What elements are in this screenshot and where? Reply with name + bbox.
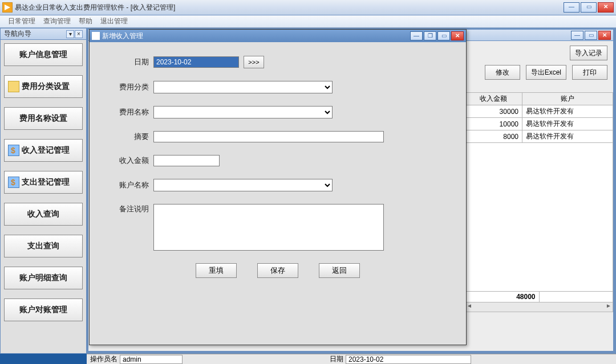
label-remark: 备注说明: [99, 204, 153, 214]
add-income-dialog: 新增收入管理 — ❐ ▭ ✕ 日期 >>> 费用分类 费用名称 摘要 收入金额: [89, 29, 467, 345]
cell-amount: 30000: [465, 105, 522, 118]
label-amount: 收入金额: [99, 156, 153, 166]
table-row[interactable]: 8000易达软件开发有: [465, 130, 613, 143]
import-button[interactable]: 导入记录: [570, 46, 607, 60]
nav-expense-query[interactable]: 支出查询: [4, 235, 83, 257]
cell-amount: 10000: [465, 118, 522, 130]
label-account: 账户名称: [99, 180, 153, 190]
label-summary: 摘要: [99, 132, 153, 142]
dialog-close-button[interactable]: ✕: [451, 31, 464, 40]
dialog-titlebar: 新增收入管理 — ❐ ▭ ✕: [90, 30, 466, 42]
dialog-title: 新增收入管理: [102, 31, 143, 41]
summary-input[interactable]: [153, 131, 384, 142]
main-titlebar: 易达企业日常收入支出费用管理软件 - [收入登记管理] — ▭ ✕: [0, 0, 616, 15]
print-button[interactable]: 打印: [572, 65, 607, 80]
export-button[interactable]: 导出Excel: [526, 65, 566, 80]
table-blank: [465, 143, 613, 291]
dialog-minimize-button[interactable]: —: [410, 31, 423, 40]
app-icon: [2, 2, 13, 13]
save-button[interactable]: 保存: [257, 263, 298, 278]
nav-header: 导航向导 ▾ ×: [1, 28, 86, 40]
col-amount[interactable]: 收入金额: [465, 93, 522, 105]
col-account[interactable]: 账户: [522, 93, 613, 105]
nav-close-icon[interactable]: ×: [75, 30, 83, 38]
label-category: 费用分类: [99, 82, 153, 92]
cell-account: 易达软件开发有: [522, 130, 613, 143]
menu-exit[interactable]: 退出管理: [100, 17, 128, 26]
folder-icon: [8, 81, 19, 92]
amount-input[interactable]: [153, 155, 220, 166]
cell-account: 易达软件开发有: [522, 118, 613, 130]
dialog-icon: [92, 32, 100, 40]
nav-panel: 导航向导 ▾ × 账户信息管理 费用分类设置 费用名称设置 收入登记管理 支出登…: [0, 28, 87, 354]
nav-income-register[interactable]: 收入登记管理: [4, 139, 83, 162]
modify-button[interactable]: 修改: [485, 65, 520, 80]
right-toolbar: 导入记录 修改 导出Excel 打印: [485, 46, 607, 80]
statusbar: 操作员名 admin 日期 2023-10-02: [87, 354, 616, 364]
cell-account: 易达软件开发有: [522, 105, 613, 118]
menu-daily[interactable]: 日常管理: [8, 17, 35, 26]
reset-button[interactable]: 重填: [196, 263, 237, 278]
table-row[interactable]: 30000易达软件开发有: [465, 105, 613, 118]
cell-total: 48000: [465, 292, 540, 302]
nav-fee-name[interactable]: 费用名称设置: [4, 107, 83, 130]
menubar: 日常管理 查询管理 帮助 退出管理: [0, 15, 616, 28]
nav-account-recon[interactable]: 账户对账管理: [4, 298, 83, 321]
nav-items: 账户信息管理 费用分类设置 费用名称设置 收入登记管理 支出登记管理 收入查询 …: [1, 40, 86, 325]
nav-item-label: 账户对账管理: [19, 305, 67, 315]
date-input[interactable]: [153, 56, 239, 68]
status-operator-label: 操作员名: [90, 354, 117, 364]
name-select[interactable]: [153, 106, 333, 118]
main-window-controls: — ▭ ✕: [564, 2, 614, 13]
remark-textarea[interactable]: [153, 204, 384, 251]
nav-item-label: 收入登记管理: [22, 145, 70, 156]
nav-header-label: 导航向导: [4, 29, 31, 39]
status-operator-value: admin: [120, 355, 183, 364]
child-close-button[interactable]: ✕: [598, 31, 611, 40]
doc-icon: [8, 177, 19, 188]
nav-account-info[interactable]: 账户信息管理: [4, 43, 83, 66]
category-select[interactable]: [153, 81, 333, 93]
status-date-label: 日期: [330, 354, 343, 364]
nav-item-label: 费用名称设置: [19, 113, 67, 124]
nav-dropdown-icon[interactable]: ▾: [66, 30, 74, 38]
app-title: 易达企业日常收入支出费用管理软件 - [收入登记管理]: [15, 3, 175, 13]
main-minimize-button[interactable]: —: [564, 2, 579, 13]
dialog-body: 日期 >>> 费用分类 费用名称 摘要 收入金额 账户名称 备注说明: [90, 42, 466, 278]
nav-item-label: 支出登记管理: [22, 177, 70, 187]
status-date-value: 2023-10-02: [346, 355, 471, 364]
menu-query[interactable]: 查询管理: [43, 17, 71, 26]
main-close-button[interactable]: ✕: [598, 2, 614, 13]
nav-income-query[interactable]: 收入查询: [4, 203, 83, 226]
child-minimize-button[interactable]: —: [571, 31, 583, 40]
cell-amount: 8000: [465, 130, 522, 143]
date-picker-button[interactable]: >>>: [244, 56, 264, 68]
dialog-restore-button[interactable]: ❐: [424, 31, 436, 40]
nav-fee-category[interactable]: 费用分类设置: [4, 75, 83, 98]
child-maximize-button[interactable]: ▭: [585, 31, 597, 40]
horizontal-scrollbar[interactable]: [465, 302, 613, 312]
nav-account-detail[interactable]: 账户明细查询: [4, 267, 83, 289]
label-name: 费用名称: [99, 107, 153, 117]
cell-blank: [539, 292, 613, 302]
nav-item-label: 账户明细查询: [19, 273, 67, 283]
table-row[interactable]: 10000易达软件开发有: [465, 118, 613, 130]
nav-expense-register[interactable]: 支出登记管理: [4, 171, 83, 194]
nav-item-label: 费用分类设置: [22, 81, 70, 92]
nav-item-label: 账户信息管理: [19, 50, 67, 60]
main-maximize-button[interactable]: ▭: [581, 2, 597, 13]
nav-item-label: 支出查询: [27, 241, 59, 251]
account-select[interactable]: [153, 179, 333, 191]
dialog-maximize-button[interactable]: ▭: [437, 31, 450, 40]
table-total-row: 48000: [465, 292, 613, 302]
income-table: 收入金额 账户 30000易达软件开发有 10000易达软件开发有 8000易达…: [465, 92, 613, 312]
menu-help[interactable]: 帮助: [79, 17, 92, 26]
back-button[interactable]: 返回: [319, 263, 360, 278]
doc-icon: [8, 145, 19, 156]
nav-item-label: 收入查询: [27, 209, 59, 219]
label-date: 日期: [99, 57, 153, 67]
